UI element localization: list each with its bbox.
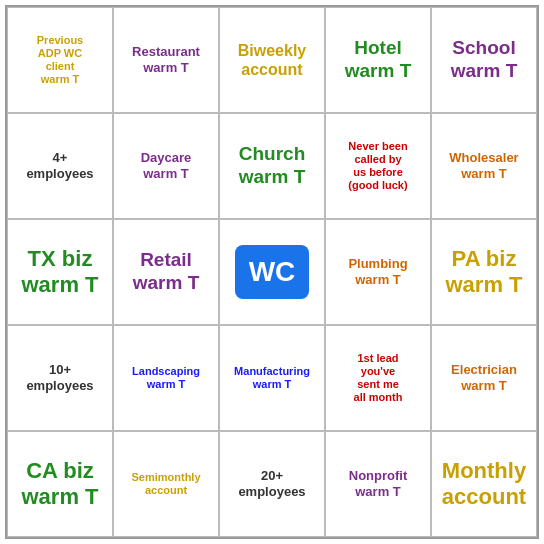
cell-text-r0c4: Schoolwarm T xyxy=(451,37,518,83)
bingo-cell-r4c1: Semimonthlyaccount xyxy=(113,431,219,537)
bingo-cell-r0c1: Restaurantwarm T xyxy=(113,7,219,113)
cell-text-r3c2: Manufacturingwarm T xyxy=(234,365,310,391)
wc-logo: WC xyxy=(235,245,310,299)
cell-text-r2c0: TX bizwarm T xyxy=(21,246,98,299)
bingo-cell-r1c1: Daycarewarm T xyxy=(113,113,219,219)
bingo-cell-r4c3: Nonprofitwarm T xyxy=(325,431,431,537)
cell-text-r2c1: Retailwarm T xyxy=(133,249,200,295)
bingo-cell-r0c3: Hotelwarm T xyxy=(325,7,431,113)
bingo-cell-r4c4: Monthlyaccount xyxy=(431,431,537,537)
cell-text-r4c0: CA bizwarm T xyxy=(21,458,98,511)
bingo-cell-r1c3: Never beencalled byus before(good luck) xyxy=(325,113,431,219)
bingo-cell-r3c2: Manufacturingwarm T xyxy=(219,325,325,431)
bingo-cell-r2c4: PA bizwarm T xyxy=(431,219,537,325)
bingo-cell-r4c2: 20+employees xyxy=(219,431,325,537)
bingo-cell-r3c0: 10+employees xyxy=(7,325,113,431)
cell-text-r3c1: Landscapingwarm T xyxy=(132,365,200,391)
bingo-cell-r3c1: Landscapingwarm T xyxy=(113,325,219,431)
cell-text-r4c3: Nonprofitwarm T xyxy=(349,468,407,499)
cell-text-r1c0: 4+employees xyxy=(26,150,93,181)
cell-text-r2c4: PA bizwarm T xyxy=(445,246,522,299)
cell-text-r0c1: Restaurantwarm T xyxy=(132,44,200,75)
bingo-cell-r1c0: 4+employees xyxy=(7,113,113,219)
cell-text-r3c0: 10+employees xyxy=(26,362,93,393)
cell-text-r4c1: Semimonthlyaccount xyxy=(131,471,200,497)
bingo-cell-r1c4: Wholesalerwarm T xyxy=(431,113,537,219)
cell-text-r4c2: 20+employees xyxy=(238,468,305,499)
cell-text-r0c3: Hotelwarm T xyxy=(345,37,412,83)
cell-text-r3c3: 1st leadyou'vesent meall month xyxy=(354,352,403,405)
cell-text-r3c4: Electricianwarm T xyxy=(451,362,517,393)
bingo-cell-r2c3: Plumbingwarm T xyxy=(325,219,431,325)
bingo-cell-r0c4: Schoolwarm T xyxy=(431,7,537,113)
bingo-cell-r0c0: PreviousADP WCclientwarm T xyxy=(7,7,113,113)
bingo-cell-r2c1: Retailwarm T xyxy=(113,219,219,325)
bingo-cell-r3c4: Electricianwarm T xyxy=(431,325,537,431)
cell-text-r1c3: Never beencalled byus before(good luck) xyxy=(348,140,407,193)
cell-text-r0c0: PreviousADP WCclientwarm T xyxy=(37,34,83,87)
bingo-board: PreviousADP WCclientwarm TRestaurantwarm… xyxy=(5,5,539,539)
cell-text-r1c1: Daycarewarm T xyxy=(141,150,192,181)
cell-text-r1c2: Churchwarm T xyxy=(239,143,306,189)
bingo-cell-r2c2: WC xyxy=(219,219,325,325)
bingo-cell-r2c0: TX bizwarm T xyxy=(7,219,113,325)
cell-text-r1c4: Wholesalerwarm T xyxy=(449,150,518,181)
bingo-cell-r0c2: Biweeklyaccount xyxy=(219,7,325,113)
bingo-cell-r4c0: CA bizwarm T xyxy=(7,431,113,537)
cell-text-r4c4: Monthlyaccount xyxy=(442,458,526,511)
cell-text-r2c3: Plumbingwarm T xyxy=(348,256,407,287)
bingo-cell-r1c2: Churchwarm T xyxy=(219,113,325,219)
cell-text-r0c2: Biweeklyaccount xyxy=(238,41,306,79)
bingo-cell-r3c3: 1st leadyou'vesent meall month xyxy=(325,325,431,431)
